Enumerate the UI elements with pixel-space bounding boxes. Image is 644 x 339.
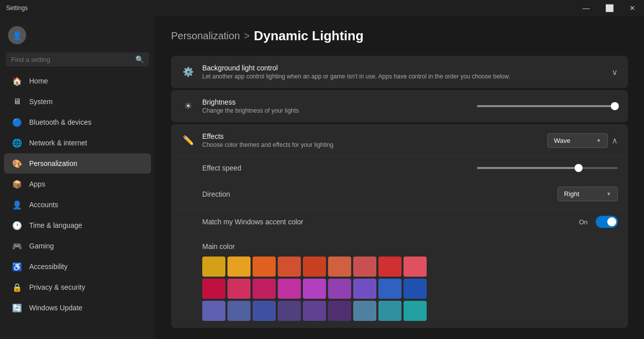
brightness-thumb[interactable]: [611, 102, 619, 110]
network-label: Network & internet: [29, 139, 87, 147]
effect-speed-slider-container[interactable]: [477, 167, 618, 169]
background-light-chevron[interactable]: ∨: [612, 67, 618, 77]
sidebar-item-network[interactable]: 🌐 Network & internet: [4, 133, 151, 153]
avatar: 👤: [8, 26, 26, 44]
close-button[interactable]: ✕: [621, 0, 644, 16]
color-swatch-color-row1-6[interactable]: [353, 257, 376, 277]
search-box[interactable]: 🔍: [6, 52, 149, 66]
sidebar-item-accounts[interactable]: 👤 Accounts: [4, 195, 151, 215]
search-input[interactable]: [11, 56, 131, 63]
color-swatch-color-row2-7[interactable]: [378, 279, 401, 299]
effect-speed-label: Effect speed: [202, 164, 477, 172]
windows-update-icon: 🔄: [12, 303, 22, 313]
color-swatch-color-row3-0[interactable]: [202, 301, 225, 321]
sidebar-item-accessibility[interactable]: ♿ Accessibility: [4, 257, 151, 277]
color-swatch-color-row3-7[interactable]: [378, 301, 401, 321]
brightness-subtitle: Change the brightness of your lights: [202, 107, 477, 114]
accessibility-icon: ♿: [12, 262, 22, 272]
effect-speed-track: [477, 167, 618, 169]
color-swatch-color-row1-1[interactable]: [227, 257, 251, 277]
color-swatch-color-row2-6[interactable]: [353, 279, 376, 299]
sidebar-item-time[interactable]: 🕐 Time & language: [4, 215, 151, 235]
color-swatch-color-row1-4[interactable]: [303, 257, 326, 277]
sidebar-item-windows-update[interactable]: 🔄 Windows Update: [4, 298, 151, 318]
match-accent-label: Match my Windows accent color: [202, 218, 579, 226]
background-light-text: Background light control Let another app…: [202, 64, 612, 80]
color-swatch-color-row2-3[interactable]: [278, 279, 301, 299]
toggle-knob: [607, 217, 616, 226]
background-light-control: ∨: [612, 67, 618, 77]
time-label: Time & language: [29, 221, 82, 229]
color-swatch-color-row3-8[interactable]: [404, 301, 427, 321]
sidebar: 👤 🔍 🏠 Home 🖥 System 🔵 Bluetooth & device…: [0, 16, 155, 339]
titlebar-title: Settings: [6, 5, 28, 12]
color-grid-row2: [202, 279, 427, 299]
color-swatch-color-row1-7[interactable]: [378, 257, 401, 277]
sidebar-item-privacy[interactable]: 🔒 Privacy & security: [4, 277, 151, 297]
color-swatch-color-row2-5[interactable]: [328, 279, 351, 299]
search-icon: 🔍: [135, 55, 144, 63]
color-swatch-color-row1-2[interactable]: [253, 257, 276, 277]
effects-chevron-up[interactable]: ∧: [612, 136, 618, 145]
effects-dropdown-arrow: ▼: [596, 138, 601, 143]
effects-dropdown-value: Wave: [554, 137, 571, 144]
network-icon: 🌐: [12, 138, 22, 148]
brightness-slider-container[interactable]: [477, 105, 618, 107]
titlebar-controls: — ⬜ ✕: [575, 0, 644, 16]
direction-dropdown-arrow: ▼: [606, 191, 611, 197]
color-swatch-color-row2-2[interactable]: [253, 279, 276, 299]
background-light-card: ⚙️ Background light control Let another …: [171, 56, 628, 88]
color-swatch-color-row2-4[interactable]: [303, 279, 326, 299]
color-swatch-color-row1-5[interactable]: [328, 257, 351, 277]
color-swatch-color-row3-6[interactable]: [353, 301, 376, 321]
breadcrumb: Personalization > Dynamic Lighting: [171, 28, 628, 44]
sidebar-item-personalization[interactable]: 🎨 Personalization: [4, 153, 151, 174]
effects-control: Wave ▼ ∧: [547, 133, 618, 148]
direction-dropdown[interactable]: Right ▼: [557, 187, 618, 201]
effects-card: ✏️ Effects Choose color themes and effec…: [171, 124, 628, 328]
match-accent-state: On: [579, 218, 588, 226]
accessibility-label: Accessibility: [29, 263, 67, 271]
brightness-text: Brightness Change the brightness of your…: [202, 98, 477, 114]
color-swatch-color-row2-0[interactable]: [202, 279, 225, 299]
brightness-control: [477, 105, 618, 107]
app-body: 👤 🔍 🏠 Home 🖥 System 🔵 Bluetooth & device…: [0, 16, 644, 339]
color-swatch-color-row3-3[interactable]: [278, 301, 301, 321]
color-swatch-color-row1-0[interactable]: [202, 257, 225, 277]
color-swatch-color-row3-5[interactable]: [328, 301, 351, 321]
content-area: Personalization > Dynamic Lighting ⚙️ Ba…: [155, 16, 644, 339]
color-swatch-color-row1-3[interactable]: [278, 257, 301, 277]
minimize-button[interactable]: —: [575, 0, 598, 16]
sidebar-item-home[interactable]: 🏠 Home: [4, 71, 151, 91]
sidebar-item-apps[interactable]: 📦 Apps: [4, 174, 151, 194]
background-light-icon: ⚙️: [181, 65, 195, 79]
match-accent-toggle[interactable]: [596, 216, 618, 228]
sidebar-item-bluetooth[interactable]: 🔵 Bluetooth & devices: [4, 112, 151, 132]
color-swatch-color-row3-4[interactable]: [303, 301, 326, 321]
breadcrumb-parent[interactable]: Personalization: [171, 30, 240, 42]
brightness-icon: ☀: [181, 99, 195, 113]
direction-dropdown-value: Right: [564, 190, 579, 198]
brightness-card: ☀ Brightness Change the brightness of yo…: [171, 90, 628, 122]
maximize-button[interactable]: ⬜: [598, 0, 621, 16]
bluetooth-label: Bluetooth & devices: [29, 118, 92, 126]
color-swatch-color-row3-1[interactable]: [227, 301, 251, 321]
color-swatch-color-row1-8[interactable]: [404, 257, 427, 277]
home-icon: 🏠: [12, 76, 22, 86]
sidebar-item-gaming[interactable]: 🎮 Gaming: [4, 236, 151, 256]
effects-text: Effects Choose color themes and effects …: [202, 132, 547, 148]
brightness-track: [477, 105, 618, 107]
effect-speed-thumb[interactable]: [575, 164, 583, 172]
color-swatch-color-row2-1[interactable]: [227, 279, 251, 299]
sidebar-item-system[interactable]: 🖥 System: [4, 92, 151, 112]
windows-update-label: Windows Update: [29, 304, 83, 312]
color-swatch-color-row2-8[interactable]: [404, 279, 427, 299]
brightness-title: Brightness: [202, 98, 477, 106]
breadcrumb-current: Dynamic Lighting: [254, 28, 363, 44]
effects-dropdown[interactable]: Wave ▼: [547, 133, 608, 148]
color-swatch-color-row3-2[interactable]: [253, 301, 276, 321]
effect-speed-fill: [477, 167, 579, 169]
titlebar: Settings — ⬜ ✕: [0, 0, 644, 16]
accounts-icon: 👤: [12, 200, 22, 210]
color-grid-row1: [202, 257, 427, 277]
